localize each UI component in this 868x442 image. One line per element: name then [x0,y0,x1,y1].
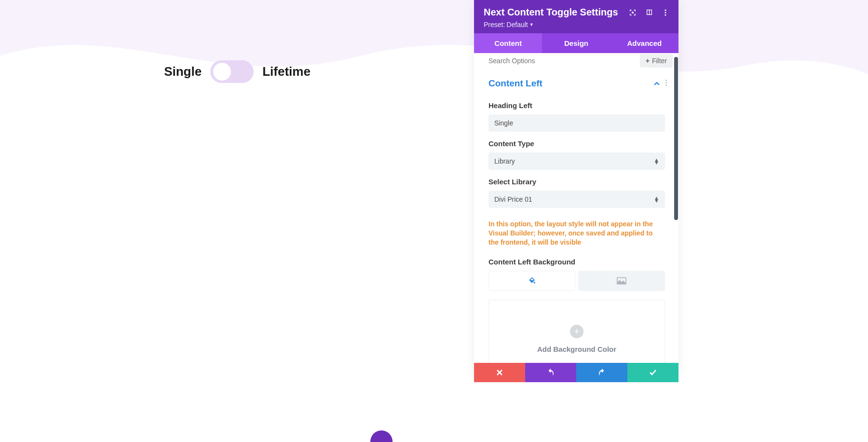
content-type-value: Library [494,157,515,165]
panel-body: Content Left Heading Left Content Type L… [474,69,678,376]
snap-panel-icon[interactable] [646,9,652,16]
save-button[interactable] [627,363,678,382]
filter-label: Filter [652,57,667,65]
bg-color-tab[interactable] [488,271,575,291]
filter-button[interactable]: + Filter [640,54,673,68]
heading-left-label: Heading Left [488,101,673,110]
select-library-value: Divi Price 01 [494,195,532,203]
content-toggle-preview: Single Lifetime [0,60,475,83]
scrollbar-thumb[interactable] [674,57,678,220]
cancel-button[interactable] [474,363,525,382]
paint-bucket-icon [528,276,536,285]
select-arrows-icon: ▲▼ [654,158,659,164]
plus-icon: + [646,57,650,65]
content-left-bg-label: Content Left Background [488,258,673,266]
add-background-label: Add Background Color [537,345,616,353]
tab-advanced[interactable]: Advanced [610,33,678,53]
content-type-label: Content Type [488,139,673,148]
chevron-up-icon[interactable] [654,80,660,87]
undo-button[interactable] [525,363,576,382]
tab-design[interactable]: Design [542,33,610,53]
focus-mode-icon[interactable] [629,9,636,16]
panel-title: Next Content Toggle Settings [484,7,618,18]
heading-left-input[interactable] [488,114,665,132]
tab-content[interactable]: Content [474,33,542,53]
select-library-select[interactable]: Divi Price 01 ▲▼ [488,191,665,208]
background-type-tabs [488,271,665,291]
svg-point-5 [665,14,666,15]
preset-value: Default [506,21,528,28]
toggle-label-left: Single [164,64,202,79]
bg-image-tab[interactable] [578,271,665,291]
section-header[interactable]: Content Left [488,69,673,94]
preset-label: Preset: [484,21,505,28]
panel-header: Next Content Toggle Settings Preset: Def… [474,0,678,33]
undo-icon [546,368,555,377]
check-icon [649,369,657,376]
toggle-label-right: Lifetime [262,64,311,79]
toggle-knob [213,63,231,81]
section-title: Content Left [488,78,542,89]
search-input[interactable] [488,57,640,65]
add-background-button[interactable]: + [570,325,583,338]
svg-point-9 [534,282,535,283]
svg-point-7 [665,82,667,83]
preset-selector[interactable]: Preset: Default ▼ [484,21,669,28]
select-library-label: Select Library [488,178,673,186]
svg-point-6 [665,80,667,81]
section-more-icon[interactable] [665,79,667,88]
image-icon [617,277,626,285]
svg-point-4 [665,12,666,13]
panel-footer-actions [474,363,678,382]
svg-point-0 [632,12,634,13]
toggle-switch[interactable] [210,60,254,83]
chevron-down-icon: ▼ [529,22,534,27]
select-arrows-icon: ▲▼ [654,196,659,202]
redo-button[interactable] [576,363,627,382]
settings-tabs: Content Design Advanced [474,33,678,53]
svg-point-3 [665,9,666,11]
content-type-select[interactable]: Library ▲▼ [488,152,665,170]
redo-icon [597,368,606,377]
settings-panel: Next Content Toggle Settings Preset: Def… [474,0,678,376]
layout-warning-text: In this option, the layout style will no… [488,220,673,247]
svg-point-8 [665,84,667,86]
builder-fab[interactable] [370,430,393,442]
more-options-icon[interactable] [662,9,669,16]
search-filter-row: + Filter [474,53,678,69]
close-icon [496,369,503,376]
